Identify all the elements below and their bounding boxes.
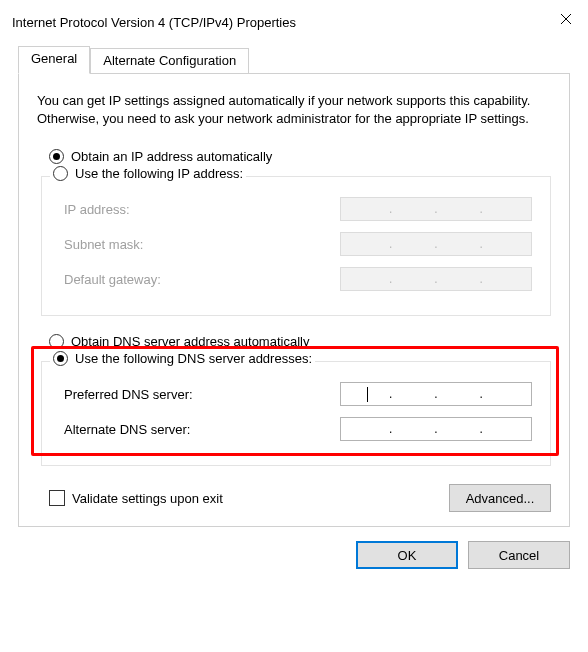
row-preferred-dns: Preferred DNS server: ... [64,381,532,407]
client-area: General Alternate Configuration You can … [0,38,588,583]
label-ip-address: IP address: [64,202,130,217]
radio-dns-auto[interactable] [49,334,64,349]
checkbox-validate-label: Validate settings upon exit [72,491,223,506]
row-ip-address: IP address: ... [64,196,532,222]
input-ip-address: ... [340,197,532,221]
radio-ip-auto-row[interactable]: Obtain an IP address automatically [49,149,551,164]
radio-dns-auto-row[interactable]: Obtain DNS server address automatically [49,334,551,349]
close-icon [560,13,572,25]
radio-ip-manual-row[interactable]: Use the following IP address: [50,166,246,181]
label-preferred-dns: Preferred DNS server: [64,387,193,402]
text-caret [367,387,368,402]
checkbox-validate-row[interactable]: Validate settings upon exit [49,490,223,506]
radio-ip-manual-label: Use the following IP address: [75,166,243,181]
tab-strip: General Alternate Configuration [18,46,570,74]
dns-manual-block: Use the following DNS server addresses: … [37,361,551,466]
input-subnet-mask: ... [340,232,532,256]
ok-button[interactable]: OK [356,541,458,569]
row-alternate-dns: Alternate DNS server: ... [64,416,532,442]
label-alternate-dns: Alternate DNS server: [64,422,190,437]
bottom-row: Validate settings upon exit Advanced... [49,484,551,512]
titlebar: Internet Protocol Version 4 (TCP/IPv4) P… [0,0,588,38]
dialog-buttons: OK Cancel [18,541,570,569]
row-subnet-mask: Subnet mask: ... [64,231,532,257]
checkbox-validate[interactable] [49,490,65,506]
label-subnet-mask: Subnet mask: [64,237,144,252]
radio-ip-auto[interactable] [49,149,64,164]
radio-dns-manual-label: Use the following DNS server addresses: [75,351,312,366]
input-alternate-dns[interactable]: ... [340,417,532,441]
group-ip-manual: Use the following IP address: IP address… [41,176,551,316]
radio-ip-manual[interactable] [53,166,68,181]
label-default-gateway: Default gateway: [64,272,161,287]
close-button[interactable] [546,4,586,34]
row-default-gateway: Default gateway: ... [64,266,532,292]
input-default-gateway: ... [340,267,532,291]
advanced-button[interactable]: Advanced... [449,484,551,512]
radio-ip-auto-label: Obtain an IP address automatically [71,149,272,164]
group-dns-manual: Use the following DNS server addresses: … [41,361,551,466]
input-preferred-dns[interactable]: ... [340,382,532,406]
tab-alternate-configuration[interactable]: Alternate Configuration [90,48,249,74]
window-title: Internet Protocol Version 4 (TCP/IPv4) P… [12,15,296,30]
radio-dns-auto-label: Obtain DNS server address automatically [71,334,309,349]
tab-general[interactable]: General [18,46,90,74]
ipv4-properties-dialog: Internet Protocol Version 4 (TCP/IPv4) P… [0,0,588,652]
radio-dns-manual-row[interactable]: Use the following DNS server addresses: [50,351,315,366]
intro-text: You can get IP settings assigned automat… [37,92,551,127]
radio-dns-manual[interactable] [53,351,68,366]
tab-panel-general: You can get IP settings assigned automat… [18,73,570,527]
cancel-button[interactable]: Cancel [468,541,570,569]
